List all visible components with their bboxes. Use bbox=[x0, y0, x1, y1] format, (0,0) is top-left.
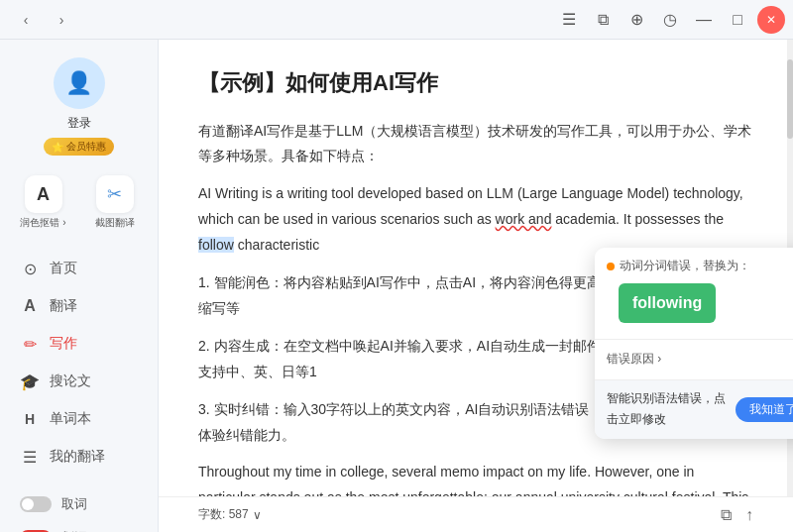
doc-para-1: 有道翻译AI写作是基于LLM（大规模语言模型）技术研发的写作工具，可以用于办公、… bbox=[198, 119, 753, 170]
popup-info-bar: 智能识别语法错误，点击立即修改 我知道了 bbox=[595, 380, 793, 439]
tool-color-correct-label: 润色抠错 › bbox=[20, 216, 65, 230]
login-button[interactable]: 登录 bbox=[67, 115, 91, 132]
maximize-button[interactable]: □ bbox=[724, 6, 751, 34]
sidebar-item-my-translate[interactable]: ☰ 我的翻译 bbox=[0, 438, 158, 476]
screen-icon[interactable]: ⧉ bbox=[589, 6, 617, 34]
title-bar-left: ‹ › bbox=[16, 10, 71, 30]
word-pick-toggle[interactable] bbox=[20, 496, 52, 512]
underline-work: work and bbox=[496, 211, 552, 227]
popup-header-text: 动词分词错误，替换为： bbox=[620, 256, 750, 277]
sidebar-item-search-paper[interactable]: 🎓 搜论文 bbox=[0, 363, 158, 400]
popup-dot bbox=[607, 263, 615, 270]
clock-icon[interactable]: ◷ bbox=[656, 6, 684, 34]
highlight-follow: follow bbox=[198, 237, 234, 253]
content-area: 【示例】如何使用AI写作 有道翻译AI写作是基于LLM（大规模语言模型）技术研发… bbox=[159, 40, 793, 532]
doc-para-6: Throughout my time in college, several m… bbox=[198, 460, 753, 496]
share-icon[interactable]: ↑ bbox=[745, 506, 753, 524]
bottom-bar: 字数: 587 ∨ ⧉ ↑ bbox=[159, 496, 793, 532]
tool-color-correct-icon: A bbox=[37, 184, 50, 205]
chevron-down-icon[interactable]: ∨ bbox=[253, 508, 262, 522]
tool-screenshot-translate[interactable]: ✂ 截图翻译 bbox=[85, 175, 145, 230]
tool-screenshot-translate-icon-box: ✂ bbox=[96, 175, 134, 213]
grammar-popup: 动词分词错误，替换为： following 错误原因 › 🗑 智能识别语法错误，… bbox=[595, 248, 793, 439]
nav-items: ⊙ 首页 A 翻译 ✏ 写作 🎓 搜论文 H 单词本 ☰ 我的翻译 bbox=[0, 246, 158, 479]
tool-color-correct-icon-box: A bbox=[25, 175, 62, 213]
sidebar-bottom: 取词 划词 bbox=[0, 479, 158, 532]
word-pick-item: 取词 bbox=[0, 487, 158, 521]
plus-circle-icon[interactable]: ⊕ bbox=[623, 6, 650, 34]
sidebar-item-my-translate-label: 我的翻译 bbox=[50, 448, 105, 466]
sidebar-item-translate-label: 翻译 bbox=[50, 297, 77, 315]
vip-star-icon: ⭐ bbox=[52, 142, 63, 153]
search-paper-icon: 🎓 bbox=[20, 372, 40, 391]
word-pick-label: 取词 bbox=[61, 495, 87, 513]
title-bar-controls: ☰ ⧉ ⊕ ◷ — □ ✕ bbox=[555, 6, 785, 34]
title-bar: ‹ › ☰ ⧉ ⊕ ◷ — □ ✕ bbox=[0, 0, 793, 40]
home-icon: ⊙ bbox=[20, 259, 40, 278]
my-translate-icon: ☰ bbox=[20, 447, 40, 467]
copy-icon[interactable]: ⧉ bbox=[721, 506, 732, 524]
translate-icon: A bbox=[20, 296, 40, 316]
sidebar-item-write[interactable]: ✏ 写作 bbox=[0, 325, 158, 363]
main-layout: 👤 登录 ⭐ 会员特惠 A 润色抠错 › ✂ 截图翻译 bbox=[0, 40, 793, 532]
tool-screenshot-translate-icon: ✂ bbox=[107, 183, 122, 205]
popup-corrected-word[interactable]: following bbox=[619, 283, 716, 324]
write-icon: ✏ bbox=[20, 334, 40, 354]
sidebar-item-home-label: 首页 bbox=[50, 260, 77, 277]
close-button[interactable]: ✕ bbox=[757, 6, 785, 34]
popup-footer-row: 错误原因 › 🗑 bbox=[595, 340, 793, 378]
sidebar-item-vocabulary[interactable]: H 单词本 bbox=[0, 400, 158, 438]
sidebar-item-vocabulary-label: 单词本 bbox=[50, 410, 91, 428]
forward-button[interactable]: › bbox=[52, 10, 71, 30]
popup-header: 动词分词错误，替换为： bbox=[595, 248, 793, 283]
bottom-bar-right: ⧉ ↑ bbox=[721, 506, 753, 524]
word-mark-item: 划词 bbox=[0, 521, 158, 532]
tools-row: A 润色抠错 › ✂ 截图翻译 bbox=[0, 167, 158, 238]
word-pick-toggle-knob bbox=[22, 498, 34, 510]
vip-badge[interactable]: ⭐ 会员特惠 bbox=[44, 138, 114, 156]
tool-screenshot-translate-label: 截图翻译 bbox=[95, 216, 135, 230]
popup-confirm-button[interactable]: 我知道了 bbox=[736, 397, 793, 422]
popup-info-text: 智能识别语法错误，点击立即修改 bbox=[607, 388, 736, 431]
vocabulary-icon: H bbox=[20, 409, 40, 429]
sidebar-item-search-paper-label: 搜论文 bbox=[50, 372, 91, 390]
avatar-icon: 👤 bbox=[65, 70, 92, 96]
word-count-label: 字数: 587 bbox=[198, 506, 249, 523]
doc-content[interactable]: 【示例】如何使用AI写作 有道翻译AI写作是基于LLM（大规模语言模型）技术研发… bbox=[159, 40, 793, 496]
scrollbar-thumb[interactable] bbox=[787, 59, 793, 139]
sidebar-item-write-label: 写作 bbox=[50, 335, 77, 353]
avatar: 👤 bbox=[54, 57, 105, 109]
sidebar: 👤 登录 ⭐ 会员特惠 A 润色抠错 › ✂ 截图翻译 bbox=[0, 40, 159, 532]
popup-error-link[interactable]: 错误原因 › bbox=[607, 349, 661, 371]
tool-color-correct[interactable]: A 润色抠错 › bbox=[14, 175, 73, 230]
doc-title: 【示例】如何使用AI写作 bbox=[198, 63, 753, 103]
menu-icon[interactable]: ☰ bbox=[555, 6, 583, 34]
back-button[interactable]: ‹ bbox=[16, 10, 36, 30]
minimize-button[interactable]: — bbox=[690, 6, 718, 34]
user-section: 👤 登录 ⭐ 会员特惠 bbox=[0, 50, 158, 167]
vip-label: 会员特惠 bbox=[66, 140, 106, 154]
sidebar-item-home[interactable]: ⊙ 首页 bbox=[0, 250, 158, 287]
sidebar-item-translate[interactable]: A 翻译 bbox=[0, 287, 158, 325]
